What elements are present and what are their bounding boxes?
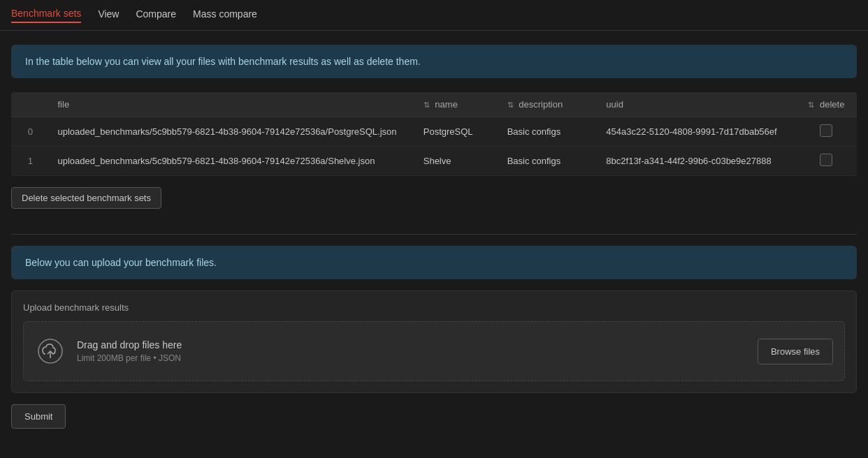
cell-description-0: Basic configs xyxy=(499,117,598,147)
upload-box: Upload benchmark results Drag and drop f… xyxy=(11,290,857,393)
cell-uuid-0: 454a3c22-5120-4808-9991-7d17dbab56ef xyxy=(598,117,795,147)
delete-selected-button[interactable]: Delete selected benchmark sets xyxy=(11,187,161,209)
benchmark-table: file ⇅ name ⇅ description uuid ⇅ xyxy=(11,92,857,176)
nav-item-mass-compare[interactable]: Mass compare xyxy=(193,8,257,22)
drop-main-text: Drag and drop files here xyxy=(77,339,182,350)
col-header-description[interactable]: ⇅ description xyxy=(499,92,598,117)
section-divider xyxy=(11,234,857,235)
col-header-index xyxy=(11,92,50,117)
drop-area[interactable]: Drag and drop files here Limit 200MB per… xyxy=(23,321,845,381)
cell-index-0: 0 xyxy=(11,117,50,147)
sort-icon-description: ⇅ xyxy=(507,101,514,110)
cell-delete-0[interactable] xyxy=(796,117,857,147)
nav-item-compare[interactable]: Compare xyxy=(136,8,176,22)
info-banner: In the table below you can view all your… xyxy=(11,45,857,78)
cell-delete-1[interactable] xyxy=(796,147,857,176)
cell-description-1: Basic configs xyxy=(499,147,598,176)
nav-bar: Benchmark sets View Compare Mass compare xyxy=(0,0,868,31)
cell-file-0: uploaded_benchmarks/5c9bb579-6821-4b38-9… xyxy=(50,117,415,147)
delete-checkbox-1[interactable] xyxy=(820,154,832,166)
cell-index-1: 1 xyxy=(11,147,50,176)
nav-item-benchmark-sets[interactable]: Benchmark sets xyxy=(11,8,81,23)
cell-uuid-1: 8bc2f13f-a341-44f2-99b6-c03be9e27888 xyxy=(598,147,795,176)
table-row: 1 uploaded_benchmarks/5c9bb579-6821-4b38… xyxy=(11,147,857,176)
delete-checkbox-0[interactable] xyxy=(820,124,832,137)
table-body: 0 uploaded_benchmarks/5c9bb579-6821-4b38… xyxy=(11,117,857,176)
col-header-name[interactable]: ⇅ name xyxy=(415,92,499,117)
submit-button[interactable]: Submit xyxy=(11,404,66,429)
cell-name-0: PostgreSQL xyxy=(415,117,499,147)
sort-icon-delete: ⇅ xyxy=(808,101,814,110)
col-header-delete[interactable]: ⇅ delete xyxy=(796,92,857,117)
table-header-row: file ⇅ name ⇅ description uuid ⇅ xyxy=(11,92,857,117)
col-header-uuid: uuid xyxy=(598,92,795,117)
table-row: 0 uploaded_benchmarks/5c9bb579-6821-4b38… xyxy=(11,117,857,147)
cloud-upload-icon xyxy=(35,336,66,367)
cell-file-1: uploaded_benchmarks/5c9bb579-6821-4b38-9… xyxy=(50,147,415,176)
drop-text-block: Drag and drop files here Limit 200MB per… xyxy=(77,339,182,363)
upload-banner-text: Below you can upload your benchmark file… xyxy=(25,257,217,268)
sort-icon-name: ⇅ xyxy=(424,101,430,110)
cell-name-1: Shelve xyxy=(415,147,499,176)
info-banner-text: In the table below you can view all your… xyxy=(25,56,421,67)
main-content: In the table below you can view all your… xyxy=(0,31,868,443)
drop-area-left: Drag and drop files here Limit 200MB per… xyxy=(35,336,182,367)
col-header-file: file xyxy=(50,92,415,117)
drop-sub-text: Limit 200MB per file • JSON xyxy=(77,353,182,363)
table-wrapper: file ⇅ name ⇅ description uuid ⇅ xyxy=(11,92,857,176)
upload-box-title: Upload benchmark results xyxy=(23,302,845,313)
nav-item-view[interactable]: View xyxy=(98,8,119,22)
browse-files-button[interactable]: Browse files xyxy=(758,339,833,364)
upload-banner: Below you can upload your benchmark file… xyxy=(11,246,857,279)
